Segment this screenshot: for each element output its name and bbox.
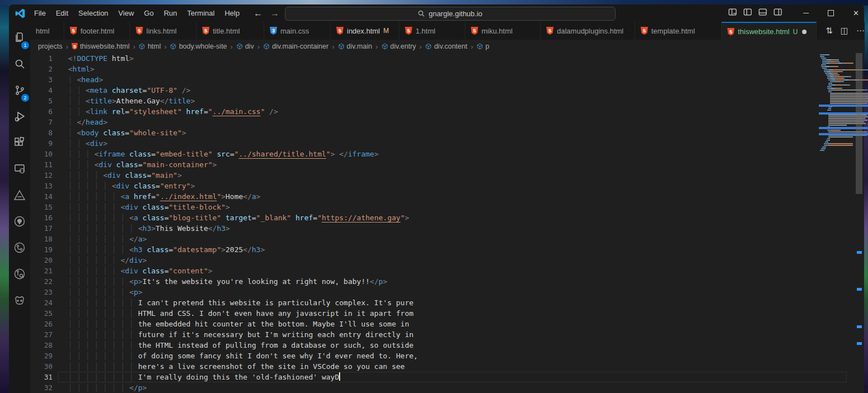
- code-line-9[interactable]: │ │ <div>: [68, 138, 107, 149]
- code-line-16[interactable]: │ │ │ │ │ │ │ <a class="blog-title" targ…: [68, 212, 409, 223]
- code-line-25[interactable]: │ │ │ │ │ │ │ │ HTML and CSS. I don't ev…: [68, 308, 413, 319]
- line-number-27[interactable]: 27: [30, 329, 53, 340]
- line-number-20[interactable]: 20: [30, 255, 53, 266]
- line-number-16[interactable]: 16: [30, 212, 53, 223]
- toggle-primary-sidebar-icon[interactable]: [743, 8, 752, 18]
- code-line-1[interactable]: <!DOCTYPE html>: [68, 53, 133, 64]
- activity-godot-tools[interactable]: [9, 289, 30, 311]
- tab-html[interactable]: html: [30, 22, 64, 40]
- menu-file[interactable]: File: [29, 4, 51, 22]
- activity-gitlens[interactable]: [9, 263, 30, 285]
- line-number-11[interactable]: 11: [30, 159, 53, 170]
- menu-go[interactable]: Go: [139, 4, 159, 22]
- code-line-20[interactable]: │ │ │ │ │ │ </div>: [68, 255, 147, 266]
- code-line-23[interactable]: │ │ │ │ │ │ │ <p>: [68, 287, 142, 297]
- activity-source-control[interactable]: 2: [9, 79, 30, 101]
- close-button[interactable]: ✕: [843, 4, 868, 22]
- line-number-30[interactable]: 30: [30, 361, 53, 372]
- line-number-4[interactable]: 4: [30, 85, 53, 96]
- code-line-11[interactable]: │ │ │ <div class="main-container">: [68, 159, 217, 170]
- code-line-8[interactable]: │ <body class="whole-site">: [68, 127, 186, 138]
- line-number-2[interactable]: 2: [30, 64, 53, 74]
- code-line-31[interactable]: │ │ │ │ │ │ │ │ I'm really doing this th…: [68, 372, 340, 382]
- code-line-29[interactable]: │ │ │ │ │ │ │ │ of doing some fancy shit…: [68, 351, 418, 361]
- menu-help[interactable]: Help: [220, 4, 245, 22]
- line-number-7[interactable]: 7: [30, 117, 53, 127]
- breadcrumb-div.content[interactable]: div.content: [425, 42, 468, 50]
- breadcrumb-thiswebsite.html[interactable]: 5thiswebsite.html: [71, 42, 130, 50]
- customize-layout-icon[interactable]: [728, 8, 737, 18]
- breadcrumb-html[interactable]: html: [139, 42, 161, 50]
- line-number-21[interactable]: 21: [30, 266, 53, 276]
- menu-edit[interactable]: Edit: [51, 4, 73, 22]
- code-line-15[interactable]: │ │ │ │ │ │ <div class="title-block">: [68, 202, 230, 212]
- command-center-search[interactable]: gnargle.github.io: [285, 7, 616, 21]
- code-line-28[interactable]: │ │ │ │ │ │ │ │ the HTML instead of pull…: [68, 340, 413, 351]
- breadcrumb-div.entry[interactable]: div.entry: [381, 42, 416, 50]
- code-line-32[interactable]: │ │ │ │ │ │ │ </p>: [68, 382, 147, 393]
- activity-github[interactable]: [9, 210, 30, 233]
- code-line-18[interactable]: │ │ │ │ │ │ │ </a>: [68, 234, 147, 244]
- split-editor-icon[interactable]: ◫: [841, 26, 848, 36]
- code-line-3[interactable]: │ <head>: [68, 74, 103, 85]
- breadcrumb-div[interactable]: div: [236, 42, 254, 50]
- code-line-2[interactable]: <html>: [68, 64, 94, 74]
- scrollbar-thumb[interactable]: [856, 53, 862, 194]
- line-number-32[interactable]: 32: [30, 382, 53, 393]
- activity-run-debug[interactable]: [9, 105, 30, 127]
- more-actions-icon[interactable]: ⋯: [856, 26, 865, 36]
- toggle-panel-icon[interactable]: [759, 8, 767, 18]
- code-line-6[interactable]: │ │ <link rel="stylesheet" href="../main…: [68, 106, 278, 117]
- code-line-26[interactable]: │ │ │ │ │ │ │ │ the embedded hit counter…: [68, 319, 409, 329]
- breadcrumb-projects[interactable]: projects: [38, 42, 63, 50]
- code-line-14[interactable]: │ │ │ │ │ │ <a href="../index.html">Home…: [68, 191, 260, 202]
- activity-explorer[interactable]: 1: [9, 26, 30, 49]
- maximize-button[interactable]: [818, 4, 843, 22]
- code-line-5[interactable]: │ │ <title>Athene.Gay</title>: [68, 96, 195, 106]
- code-line-24[interactable]: │ │ │ │ │ │ │ │ I can't pretend this web…: [68, 297, 413, 308]
- breadcrumb-div.main[interactable]: div.main: [338, 42, 373, 50]
- line-number-25[interactable]: 25: [30, 308, 53, 319]
- line-number-13[interactable]: 13: [30, 181, 53, 191]
- activity-remote-explorer[interactable]: [9, 158, 30, 180]
- line-number-31[interactable]: 31: [30, 372, 53, 382]
- tab-dalamudplugins.html[interactable]: 5dalamudplugins.html: [541, 22, 635, 40]
- tab-links.html[interactable]: 5links.html: [130, 22, 197, 40]
- menu-selection[interactable]: Selection: [73, 4, 113, 22]
- code-line-12[interactable]: │ │ │ │ <div class="main">: [68, 170, 182, 181]
- code-line-7[interactable]: │ </head>: [68, 117, 107, 127]
- line-number-10[interactable]: 10: [30, 149, 53, 159]
- tab-miku.html[interactable]: 5miku.html: [465, 22, 541, 40]
- code-line-10[interactable]: │ │ │ <iframe class="embed-title" src=".…: [68, 149, 379, 159]
- line-number-26[interactable]: 26: [30, 319, 53, 329]
- menu-run[interactable]: Run: [159, 4, 182, 22]
- tab-main.css[interactable]: 3main.css: [264, 22, 331, 40]
- line-number-24[interactable]: 24: [30, 297, 53, 308]
- nav-back-icon[interactable]: ←: [254, 8, 263, 18]
- breadcrumb-div.main-container[interactable]: div.main-container: [263, 42, 328, 50]
- code-line-4[interactable]: │ │ <meta charset="UTF-8" />: [68, 85, 190, 96]
- line-number-19[interactable]: 19: [30, 244, 53, 255]
- activity-extensions[interactable]: [9, 131, 30, 154]
- tab-index.html[interactable]: 5index.htmlM: [331, 22, 399, 40]
- menu-view[interactable]: View: [113, 4, 139, 22]
- code-line-27[interactable]: │ │ │ │ │ │ │ │ future if it's necessary…: [68, 329, 413, 340]
- breadcrumb-p[interactable]: p: [476, 42, 489, 50]
- menu-terminal[interactable]: Terminal: [182, 4, 220, 22]
- dirty-indicator[interactable]: [802, 30, 807, 34]
- line-number-9[interactable]: 9: [30, 138, 53, 149]
- code-line-13[interactable]: │ │ │ │ │ <div class="entry">: [68, 181, 195, 191]
- line-number-15[interactable]: 15: [30, 202, 53, 212]
- line-number-22[interactable]: 22: [30, 276, 53, 287]
- line-number-1[interactable]: 1: [30, 53, 53, 64]
- tab-thiswebsite.html[interactable]: 5thiswebsite.htmlU: [722, 22, 817, 40]
- tab-title.html[interactable]: 5title.html: [197, 22, 264, 40]
- activity-git-graph[interactable]: [9, 236, 30, 259]
- line-number-18[interactable]: 18: [30, 234, 53, 244]
- breadcrumb-body.whole-site[interactable]: body.whole-site: [170, 42, 227, 50]
- minimize-button[interactable]: [793, 4, 818, 22]
- line-number-28[interactable]: 28: [30, 340, 53, 351]
- code-line-19[interactable]: │ │ │ │ │ │ │ <h3 class="datestamp">2025…: [68, 244, 265, 255]
- open-changes-icon[interactable]: ⇅: [826, 26, 833, 36]
- line-number-3[interactable]: 3: [30, 74, 53, 85]
